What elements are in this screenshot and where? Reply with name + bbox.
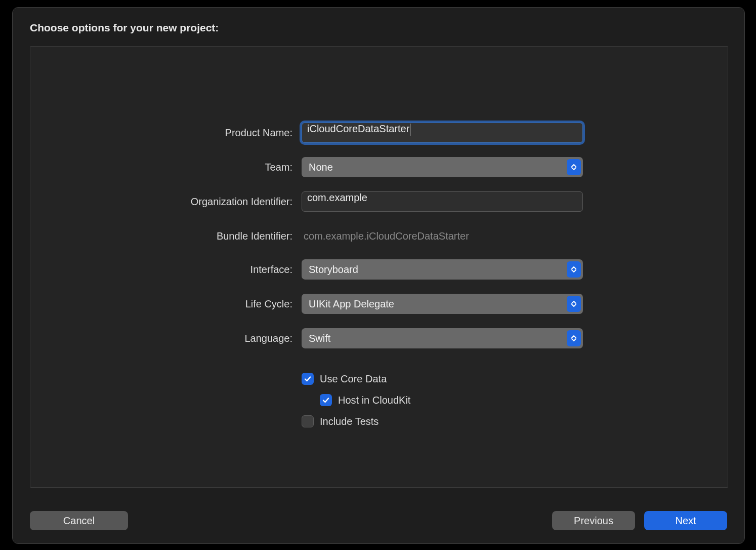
team-value: None: [302, 162, 333, 173]
language-popup[interactable]: Swift: [302, 328, 583, 348]
use-core-data-label: Use Core Data: [320, 373, 387, 385]
row-team: Team: None: [30, 156, 728, 178]
product-name-value: iCloudCoreDataStarter: [307, 123, 409, 134]
team-popup[interactable]: None: [302, 157, 583, 177]
cancel-button[interactable]: Cancel: [30, 511, 128, 530]
use-core-data-checkbox[interactable]: [302, 373, 314, 385]
label-bundle-identifier: Bundle Identifier:: [30, 230, 302, 242]
form-area: Product Name: iCloudCoreDataStarter Team…: [30, 122, 728, 435]
row-org-identifier: Organization Identifier: com.example: [30, 190, 728, 213]
host-cloudkit-checkbox[interactable]: [320, 394, 332, 406]
row-product-name: Product Name: iCloudCoreDataStarter: [30, 122, 728, 144]
footer: Cancel Previous Next: [30, 511, 727, 531]
next-button[interactable]: Next: [644, 511, 727, 530]
previous-button[interactable]: Previous: [552, 511, 635, 530]
label-life-cycle: Life Cycle:: [30, 298, 302, 310]
label-team: Team:: [30, 162, 302, 173]
label-org-identifier: Organization Identifier:: [30, 196, 302, 208]
include-tests-checkbox[interactable]: [302, 415, 314, 427]
life-cycle-value: UIKit App Delegate: [302, 298, 394, 310]
product-name-input[interactable]: iCloudCoreDataStarter: [302, 123, 583, 143]
row-interface: Interface: Storyboard: [30, 258, 728, 281]
row-life-cycle: Life Cycle: UIKit App Delegate: [30, 293, 728, 315]
include-tests-label: Include Tests: [320, 416, 379, 427]
label-product-name: Product Name:: [30, 127, 302, 139]
row-language: Language: Swift: [30, 327, 728, 349]
sheet-title: Choose options for your new project:: [30, 22, 219, 34]
updown-icon: [567, 261, 581, 278]
org-identifier-value: com.example: [307, 192, 367, 203]
bundle-identifier-value: com.example.iCloudCoreDataStarter: [302, 230, 585, 242]
interface-popup[interactable]: Storyboard: [302, 259, 583, 280]
row-use-core-data: Use Core Data: [30, 371, 728, 387]
row-host-cloudkit: Host in CloudKit: [30, 392, 728, 408]
options-panel: Product Name: iCloudCoreDataStarter Team…: [30, 46, 728, 488]
check-icon: [322, 396, 330, 404]
updown-icon: [567, 296, 581, 312]
host-cloudkit-label: Host in CloudKit: [338, 395, 410, 406]
life-cycle-popup[interactable]: UIKit App Delegate: [302, 294, 583, 314]
text-caret: [410, 124, 410, 136]
interface-value: Storyboard: [302, 264, 358, 276]
new-project-options-sheet: Choose options for your new project: Pro…: [12, 7, 745, 544]
label-language: Language:: [30, 333, 302, 344]
row-bundle-identifier: Bundle Identifier: com.example.iCloudCor…: [30, 225, 728, 247]
updown-icon: [567, 159, 581, 175]
updown-icon: [567, 330, 581, 346]
language-value: Swift: [302, 333, 330, 344]
row-include-tests: Include Tests: [30, 413, 728, 429]
check-icon: [304, 375, 312, 383]
org-identifier-input[interactable]: com.example: [302, 191, 583, 212]
label-interface: Interface:: [30, 264, 302, 276]
